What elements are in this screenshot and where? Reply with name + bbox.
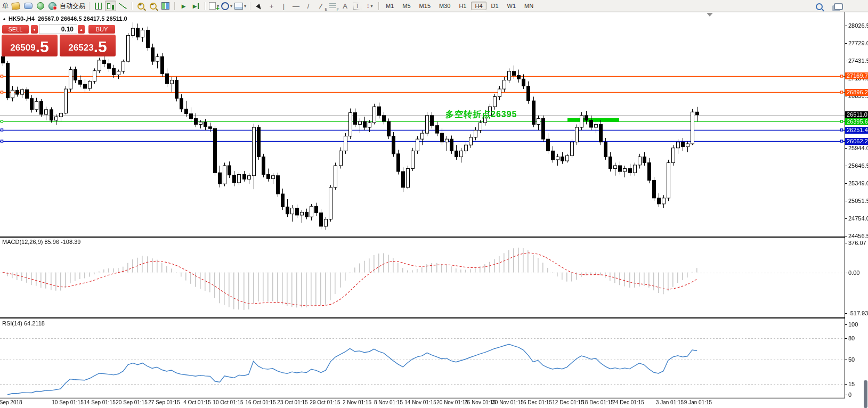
symbol-ohlc-header[interactable]: ▲HK50-,H4 26567.0 26646.5 26417.5 26511.… bbox=[2, 15, 127, 22]
vertical-line-icon-button[interactable]: | bbox=[278, 1, 289, 11]
autotrading-label[interactable]: 自动交易 bbox=[60, 2, 85, 11]
macd-tick: 376.07 bbox=[848, 240, 866, 246]
date-tick: 26 Nov 01:15 bbox=[464, 399, 496, 405]
tile-windows-icon-button[interactable] bbox=[160, 1, 171, 11]
timeframe-m1[interactable]: M1 bbox=[382, 2, 398, 10]
collapse-panel-icon[interactable]: ▲ bbox=[2, 17, 6, 21]
volume-decrease-button[interactable]: ▼ bbox=[30, 25, 38, 34]
channel-icon-button[interactable]: ∕∕ bbox=[315, 1, 326, 11]
orders-menu-label[interactable]: 单 bbox=[2, 2, 9, 11]
scrollbar-thumb[interactable] bbox=[864, 380, 867, 408]
timeframe-m15[interactable]: M15 bbox=[416, 2, 434, 10]
volume-input[interactable]: 0.10 bbox=[39, 25, 77, 34]
sell-price-frac: .5 bbox=[36, 39, 49, 55]
signals-icon-button[interactable] bbox=[35, 1, 46, 11]
rsi-indicator-label: RSI(14) 64.2118 bbox=[2, 320, 45, 327]
toolbar-separator bbox=[205, 2, 205, 10]
sell-price-button[interactable]: 26509.5 bbox=[2, 35, 58, 56]
pivot-annotation-text[interactable]: 多空转折点26395 bbox=[445, 109, 517, 120]
fibonacci-icon bbox=[329, 3, 336, 9]
bar-chart-icon bbox=[95, 3, 102, 10]
macd-indicator-label: MACD(12,26,9) 85.96 -108.39 bbox=[2, 239, 80, 245]
timeframe-m30[interactable]: M30 bbox=[435, 2, 454, 10]
pane-separator bbox=[0, 236, 845, 236]
cursor-icon bbox=[256, 3, 263, 9]
date-tick: 30 Nov 01:15 bbox=[492, 399, 524, 405]
dropdown-caret-icon[interactable]: ▾ bbox=[230, 4, 232, 9]
crosshair-icon: + bbox=[270, 2, 274, 10]
trendline-icon-button[interactable]: / bbox=[303, 1, 314, 11]
price-tick: 24754.0 bbox=[848, 215, 868, 222]
vertical-line-icon: | bbox=[283, 2, 285, 10]
chart-shift-marker[interactable] bbox=[707, 13, 713, 17]
arrows-icon: ↕ bbox=[367, 2, 370, 10]
crosshair-icon-button[interactable]: + bbox=[266, 1, 277, 11]
chat-button[interactable] bbox=[833, 1, 844, 12]
search-button[interactable] bbox=[814, 1, 825, 12]
toolbar-separator bbox=[89, 2, 90, 10]
text-label-icon-button[interactable]: T bbox=[352, 1, 363, 11]
buy-price-main: 26523 bbox=[68, 41, 93, 55]
line-chart-icon-button[interactable] bbox=[117, 1, 128, 11]
market-watch-icon-button[interactable] bbox=[22, 1, 34, 11]
date-tick: 29 Oct 01:15 bbox=[310, 399, 340, 405]
timeframe-h1[interactable]: H1 bbox=[455, 2, 470, 10]
date-tick: 4 Sep 2018 bbox=[0, 399, 22, 405]
arrows-icon-button[interactable]: ↕▾ bbox=[364, 1, 375, 11]
one-click-trade-panel: SELL ▼ 0.10 ▲ BUY 26509.5 26523.5 bbox=[2, 25, 116, 56]
price-level-badge: 26395.6 bbox=[845, 118, 868, 125]
pane-separator bbox=[0, 319, 845, 319]
volume-increase-button[interactable]: ▲ bbox=[77, 25, 85, 34]
autotrading-icon-button[interactable] bbox=[47, 1, 58, 11]
chart-shift-icon-button[interactable]: ▶ bbox=[190, 1, 201, 11]
buy-price-button[interactable]: 26523.5 bbox=[60, 35, 116, 56]
timeframe-mn[interactable]: MN bbox=[521, 2, 537, 10]
candlesticks-icon-button[interactable] bbox=[105, 1, 116, 11]
indicators-icon bbox=[209, 2, 216, 10]
dropdown-caret-icon[interactable]: ▾ bbox=[244, 4, 246, 9]
sell-price-main: 26509 bbox=[10, 41, 35, 55]
autoscroll-icon-button[interactable]: ▶ bbox=[178, 1, 189, 11]
dropdown-caret-icon[interactable]: ▾ bbox=[371, 4, 373, 9]
fibonacci-icon-button[interactable] bbox=[327, 1, 338, 11]
toolbar-separator bbox=[378, 2, 379, 10]
toolbar-items: 单自动交易▶▶▾▾▾+|—/∕∕AT↕▾ bbox=[1, 1, 382, 11]
zoom-in-icon-button[interactable] bbox=[135, 1, 147, 11]
timeframe-m5[interactable]: M5 bbox=[399, 2, 414, 10]
candlesticks-icon bbox=[107, 3, 110, 9]
horizontal-line-icon-button[interactable]: — bbox=[290, 1, 302, 11]
buy-button[interactable]: BUY bbox=[88, 25, 116, 34]
timeframe-w1[interactable]: W1 bbox=[504, 2, 520, 10]
price-level-badge: 26896.2 bbox=[845, 89, 868, 96]
indicators-icon-button[interactable]: ▾ bbox=[208, 1, 220, 11]
date-tick: 9 Jan 01:15 bbox=[684, 399, 712, 405]
text-icon-button[interactable]: A bbox=[339, 1, 351, 11]
price-tick: 27729.0 bbox=[848, 40, 868, 46]
text-icon: A bbox=[343, 2, 347, 10]
timeframe-h4[interactable]: H4 bbox=[471, 2, 486, 10]
date-tick: 16 Oct 01:15 bbox=[245, 399, 275, 405]
timeframe-d1[interactable]: D1 bbox=[488, 2, 502, 10]
new-order-icon-button[interactable] bbox=[10, 1, 21, 11]
toolbar-separator bbox=[132, 2, 132, 10]
pane-separator bbox=[0, 237, 845, 238]
date-tick: 6 Dec 01:15 bbox=[523, 399, 552, 405]
bar-chart-icon-button[interactable] bbox=[93, 1, 104, 11]
periods-icon-button[interactable]: ▾ bbox=[221, 1, 233, 11]
price-tick: 25349.0 bbox=[848, 180, 868, 186]
chat-icon bbox=[834, 3, 843, 10]
ohlc-values: 26567.0 26646.5 26417.5 26511.0 bbox=[38, 15, 127, 22]
cursor-icon-button[interactable] bbox=[254, 1, 265, 11]
autotrading-icon bbox=[48, 2, 56, 10]
autoscroll-icon: ▶ bbox=[182, 3, 186, 9]
sell-button[interactable]: SELL bbox=[2, 25, 29, 34]
periods-icon bbox=[221, 2, 229, 10]
zoom-in-icon bbox=[137, 3, 144, 10]
toolbar-right bbox=[813, 1, 845, 12]
price-chart-canvas[interactable] bbox=[0, 12, 868, 408]
zoom-out-icon-button[interactable] bbox=[148, 1, 159, 11]
templates-icon-button[interactable]: ▾ bbox=[234, 1, 247, 11]
date-tick: 2 Nov 01:15 bbox=[343, 399, 371, 405]
price-tick: 25646.5 bbox=[848, 162, 868, 169]
trendline-icon: / bbox=[307, 2, 310, 10]
